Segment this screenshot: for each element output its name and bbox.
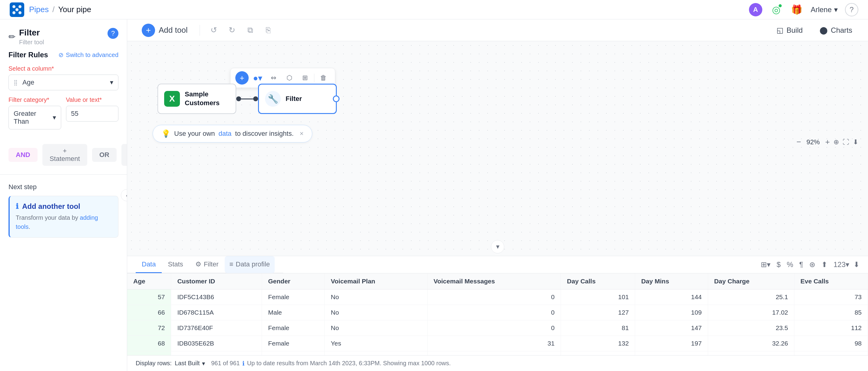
col-customer-id: Customer ID <box>171 274 262 289</box>
cat-required: * <box>47 96 50 103</box>
info-data-link[interactable]: data <box>219 130 232 138</box>
table-cell: 30.26 <box>708 351 794 355</box>
canvas-collapse-arrow[interactable]: ▾ <box>491 240 504 253</box>
table-cell: IDB035E62B <box>171 336 262 351</box>
column-select-label: Select a column* <box>8 65 118 72</box>
node-stats-button[interactable]: ⬡ <box>283 71 296 85</box>
format-icon[interactable]: ⊛ <box>807 259 817 271</box>
node-color-button[interactable]: ●▾ <box>251 71 265 85</box>
zoom-fit-icon[interactable]: ⊕ <box>834 138 839 146</box>
table-cell: 85 <box>795 305 868 320</box>
charts-button[interactable]: ⬤ Charts <box>813 24 858 37</box>
node-add-button[interactable]: + <box>235 71 249 85</box>
or-button[interactable]: OR <box>92 148 117 162</box>
zoom-out-button[interactable]: − <box>797 137 801 147</box>
filter-category-col: Filter category* Greater Than ▾ <box>8 96 61 130</box>
switch-advanced-button[interactable]: ⊘ Switch to advanced <box>58 51 118 58</box>
pipes-link[interactable]: Pipes <box>29 5 49 14</box>
add-statement-2-button[interactable]: + Statement <box>121 144 127 166</box>
data-profile-label: Data profile <box>236 260 270 268</box>
table-row: 57IDF5C143B6FemaleNo010114425.173 <box>127 289 868 305</box>
table-cell: 0 <box>427 289 561 305</box>
connector-line <box>241 98 253 99</box>
table-cell: ID678C115A <box>171 305 262 320</box>
table-cell: Male <box>262 305 325 320</box>
user-menu[interactable]: Arlene ▾ <box>811 5 838 14</box>
table-row: 72ID7376E40FFemaleNo08114723.5112 <box>127 320 868 336</box>
panel-help-button[interactable]: ? <box>107 28 118 39</box>
table-cell: No <box>325 320 427 336</box>
breadcrumb: Pipes / Your pipe <box>29 5 91 14</box>
sort-up-icon[interactable]: ⬆ <box>819 259 829 271</box>
table-cell: 205 <box>635 351 708 355</box>
pilcrow-icon[interactable]: ¶ <box>798 259 805 271</box>
display-rows-dropdown[interactable]: Last Built ▾ <box>175 360 205 367</box>
notification-icon[interactable]: ◎ <box>770 3 783 17</box>
next-step-card-title: ℹ Add another tool <box>16 202 112 211</box>
table-cell: 112 <box>795 320 868 336</box>
currency-icon[interactable]: $ <box>775 259 782 271</box>
add-statement-1-button[interactable]: + Statement <box>42 144 87 166</box>
build-label: Build <box>786 26 803 34</box>
build-icon: ◱ <box>777 26 783 34</box>
tab-stats[interactable]: Stats <box>162 256 189 273</box>
tab-data[interactable]: Data <box>136 256 162 273</box>
node-grid-button[interactable]: ⊞ <box>298 71 312 85</box>
table-cell: 99 <box>561 351 635 355</box>
redo-button[interactable]: ↻ <box>225 24 239 37</box>
col-voicemail-messages: Voicemail Messages <box>427 274 561 289</box>
node-toolbar-divider <box>314 74 314 82</box>
paste-button[interactable]: ⎘ <box>262 24 275 37</box>
filter-tab-icon: ⚙ <box>195 260 202 268</box>
table-cell: 23.5 <box>708 320 794 336</box>
number-format-icon[interactable]: 123▾ <box>832 259 851 271</box>
charts-label: Charts <box>831 26 852 34</box>
info-text-after: to discover insights. <box>235 130 293 138</box>
table-cell: 197 <box>635 336 708 351</box>
info-text-before: Use your own <box>174 130 215 138</box>
canvas-download-icon[interactable]: ⬇ <box>853 138 858 146</box>
gift-icon[interactable]: 🎁 <box>790 3 804 17</box>
zoom-in-button[interactable]: + <box>825 137 830 147</box>
percent-icon[interactable]: % <box>785 259 795 271</box>
add-tool-button[interactable]: + Add tool <box>137 21 192 39</box>
right-panel: + Add tool ↺ ↻ ⧉ ⎘ ◱ Build ⬤ Charts + ●▾ <box>127 20 868 371</box>
col-day-mins: Day Mins <box>635 274 708 289</box>
undo-button[interactable]: ↺ <box>207 24 220 37</box>
table-cell: ID7376E40F <box>171 320 262 336</box>
download-data-button[interactable]: ⬇ <box>854 260 860 269</box>
filter-output-port[interactable] <box>333 95 340 102</box>
zoom-level: 92% <box>805 138 822 146</box>
build-button[interactable]: ◱ Build <box>771 24 809 37</box>
column-select-dropdown[interactable]: ⣿ Age ▾ <box>8 75 118 90</box>
display-rows-label: Display rows: <box>136 360 172 367</box>
info-banner-close[interactable]: × <box>300 130 304 138</box>
svg-point-2 <box>19 5 22 8</box>
tab-data-profile[interactable]: ≡ Data profile <box>225 256 275 273</box>
svg-point-3 <box>12 11 16 14</box>
table-cell: Female <box>262 289 325 305</box>
copy-button[interactable]: ⧉ <box>244 24 257 37</box>
connector-dot-right <box>253 96 258 101</box>
tab-filter[interactable]: ⚙ Filter <box>189 256 225 273</box>
add-tool-label: Add tool <box>159 25 187 35</box>
node-delete-button[interactable]: 🗑 <box>317 71 330 85</box>
filter-node[interactable]: 🔧 Filter <box>258 84 337 114</box>
svg-point-5 <box>16 8 19 11</box>
value-input-field[interactable] <box>66 106 119 121</box>
app-logo[interactable] <box>10 2 24 17</box>
filter-rules-section: Filter Rules ⊘ Switch to advanced Select… <box>0 51 127 136</box>
help-button[interactable]: ? <box>845 3 858 17</box>
user-chevron: ▾ <box>834 5 838 14</box>
table-cell: IDF5C143B6 <box>171 289 262 305</box>
data-toolbar-icons: ⊞▾ $ % ¶ ⊛ ⬆ 123▾ ⬇ <box>750 259 868 271</box>
sample-customers-node[interactable]: X Sample Customers <box>157 84 236 114</box>
zoom-fullscreen-icon[interactable]: ⛶ <box>842 138 849 146</box>
node-connect-button[interactable]: ⇔ <box>267 71 280 85</box>
and-button[interactable]: AND <box>8 148 37 162</box>
format-table-icon[interactable]: ⊞▾ <box>759 259 772 271</box>
panel-title-group: ✏ Filter Filter tool <box>8 28 44 46</box>
filter-tab-label: Filter <box>204 260 219 268</box>
canvas[interactable]: + ●▾ ⇔ ⬡ ⊞ 🗑 X Sample Customers <box>127 41 868 256</box>
filter-category-dropdown[interactable]: Greater Than ▾ <box>8 106 61 130</box>
